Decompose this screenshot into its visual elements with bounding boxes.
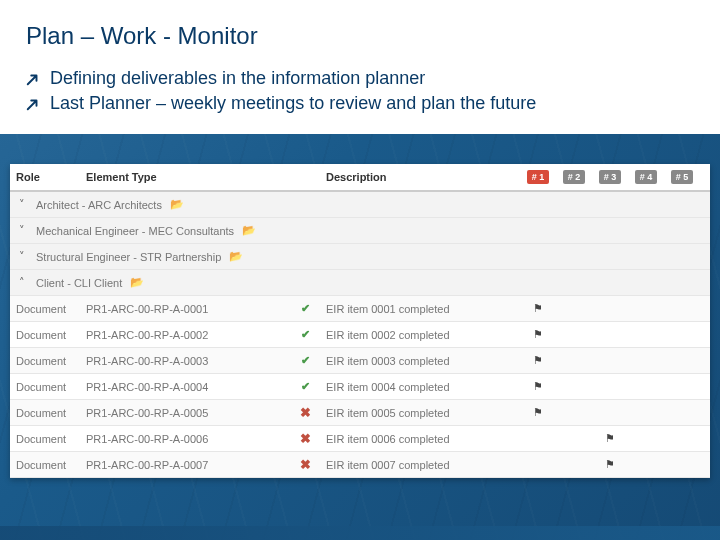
cross-icon: ✖	[290, 457, 320, 472]
flag-icon: ⚑	[533, 354, 543, 367]
table-row[interactable]: DocumentPR1-ARC-00-RP-A-0006✖EIR item 00…	[10, 426, 710, 452]
group-row[interactable]: ˄Client - CLI Client📂	[10, 270, 710, 296]
cross-icon: ✖	[290, 431, 320, 446]
page-title: Plan – Work - Monitor	[0, 0, 720, 60]
flag-cell-1[interactable]: ⚑	[520, 354, 556, 367]
group-label: Architect - ARC Architects📂	[36, 198, 710, 211]
column-badge: # 1	[527, 170, 550, 184]
check-icon: ✔	[290, 328, 320, 341]
cell-role: Document	[10, 430, 80, 448]
bullet-text: Defining deliverables in the information…	[50, 68, 425, 89]
table-row[interactable]: DocumentPR1-ARC-00-RP-A-0005✖EIR item 00…	[10, 400, 710, 426]
footer-strip	[0, 526, 720, 540]
chevron-down-icon[interactable]: ˅	[14, 250, 30, 263]
cell-element: PR1-ARC-00-RP-A-0001	[80, 300, 290, 318]
flag-icon: ⚑	[533, 302, 543, 315]
cell-role: Document	[10, 352, 80, 370]
cell-description: EIR item 0004 completed	[320, 378, 520, 396]
table-row[interactable]: DocumentPR1-ARC-00-RP-A-0002✔EIR item 00…	[10, 322, 710, 348]
cell-role: Document	[10, 404, 80, 422]
cell-role: Document	[10, 456, 80, 474]
cell-description: EIR item 0003 completed	[320, 352, 520, 370]
check-icon: ✔	[290, 380, 320, 393]
flag-cell-1[interactable]: ⚑	[520, 302, 556, 315]
flag-icon: ⚑	[533, 406, 543, 419]
flag-cell-1[interactable]: ⚑	[520, 406, 556, 419]
chevron-up-icon[interactable]: ˄	[14, 276, 30, 289]
col-num-3[interactable]: # 3	[592, 166, 628, 188]
flag-icon: ⚑	[605, 432, 615, 445]
cell-description: EIR item 0006 completed	[320, 430, 520, 448]
chevron-down-icon[interactable]: ˅	[14, 224, 30, 237]
cell-element: PR1-ARC-00-RP-A-0005	[80, 404, 290, 422]
cell-description: EIR item 0002 completed	[320, 326, 520, 344]
flag-icon: ⚑	[533, 328, 543, 341]
col-num-2[interactable]: # 2	[556, 166, 592, 188]
arrow-up-right-icon	[26, 72, 40, 86]
bullet-list: Defining deliverables in the information…	[0, 60, 720, 134]
cell-description: EIR item 0001 completed	[320, 300, 520, 318]
column-badge: # 4	[635, 170, 658, 184]
bullet-text: Last Planner – weekly meetings to review…	[50, 93, 536, 114]
cell-element: PR1-ARC-00-RP-A-0006	[80, 430, 290, 448]
col-status-blank	[290, 173, 320, 181]
column-badge: # 5	[671, 170, 694, 184]
table-row[interactable]: DocumentPR1-ARC-00-RP-A-0004✔EIR item 00…	[10, 374, 710, 400]
group-label: Client - CLI Client📂	[36, 276, 710, 289]
bullet-item: Last Planner – weekly meetings to review…	[26, 91, 694, 116]
col-num-5[interactable]: # 5	[664, 166, 700, 188]
cell-element: PR1-ARC-00-RP-A-0004	[80, 378, 290, 396]
chevron-down-icon[interactable]: ˅	[14, 198, 30, 211]
col-element-type[interactable]: Element Type	[80, 167, 290, 187]
cell-role: Document	[10, 378, 80, 396]
table-row[interactable]: DocumentPR1-ARC-00-RP-A-0007✖EIR item 00…	[10, 452, 710, 478]
group-row[interactable]: ˅Architect - ARC Architects📂	[10, 192, 710, 218]
col-role[interactable]: Role	[10, 167, 80, 187]
folder-open-icon: 📂	[229, 250, 243, 263]
flag-cell-1[interactable]: ⚑	[520, 380, 556, 393]
flag-icon: ⚑	[533, 380, 543, 393]
cell-role: Document	[10, 326, 80, 344]
group-label: Structural Engineer - STR Partnership📂	[36, 250, 710, 263]
flag-cell-3[interactable]: ⚑	[592, 458, 628, 471]
column-badge: # 3	[599, 170, 622, 184]
bullet-item: Defining deliverables in the information…	[26, 66, 694, 91]
col-num-4[interactable]: # 4	[628, 166, 664, 188]
group-row[interactable]: ˅Mechanical Engineer - MEC Consultants📂	[10, 218, 710, 244]
cell-role: Document	[10, 300, 80, 318]
table-header-row: Role Element Type Description # 1 # 2 # …	[10, 164, 710, 192]
col-description[interactable]: Description	[320, 167, 520, 187]
flag-cell-3[interactable]: ⚑	[592, 432, 628, 445]
table-row[interactable]: DocumentPR1-ARC-00-RP-A-0003✔EIR item 00…	[10, 348, 710, 374]
folder-open-icon: 📂	[170, 198, 184, 211]
cross-icon: ✖	[290, 405, 320, 420]
col-num-1[interactable]: # 1	[520, 166, 556, 188]
cell-element: PR1-ARC-00-RP-A-0002	[80, 326, 290, 344]
check-icon: ✔	[290, 354, 320, 367]
planner-table: Role Element Type Description # 1 # 2 # …	[10, 164, 710, 478]
arrow-up-right-icon	[26, 97, 40, 111]
column-badge: # 2	[563, 170, 586, 184]
group-row[interactable]: ˅Structural Engineer - STR Partnership📂	[10, 244, 710, 270]
flag-icon: ⚑	[605, 458, 615, 471]
cell-description: EIR item 0005 completed	[320, 404, 520, 422]
flag-cell-1[interactable]: ⚑	[520, 328, 556, 341]
folder-open-icon: 📂	[130, 276, 144, 289]
folder-open-icon: 📂	[242, 224, 256, 237]
check-icon: ✔	[290, 302, 320, 315]
cell-element: PR1-ARC-00-RP-A-0007	[80, 456, 290, 474]
table-row[interactable]: DocumentPR1-ARC-00-RP-A-0001✔EIR item 00…	[10, 296, 710, 322]
cell-element: PR1-ARC-00-RP-A-0003	[80, 352, 290, 370]
cell-description: EIR item 0007 completed	[320, 456, 520, 474]
group-label: Mechanical Engineer - MEC Consultants📂	[36, 224, 710, 237]
